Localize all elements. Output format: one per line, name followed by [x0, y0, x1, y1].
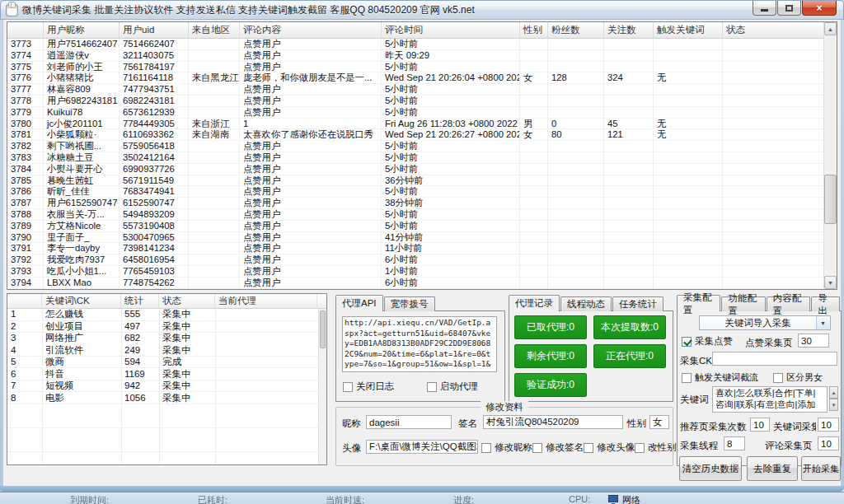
- col-uid[interactable]: 用户uid: [120, 22, 189, 38]
- gender-input[interactable]: 女: [649, 415, 669, 429]
- table-row[interactable]: 3790里子面子_ 5300470965 点赞用户41分钟前: [7, 232, 837, 244]
- tab-thread-status[interactable]: 线程动态: [560, 296, 612, 311]
- kcol-count[interactable]: 统计: [121, 294, 159, 308]
- table-row[interactable]: 3776小猪猪猪比 7161164118来自黑龙江 庞老师，和你做朋友是不是一.…: [7, 72, 837, 84]
- col-fans[interactable]: 粉丝数: [548, 22, 604, 38]
- table-row[interactable]: 3782剩下哟祇圃... 5759056418 点赞用户5小时前: [7, 141, 837, 152]
- grid-line: [159, 309, 160, 464]
- keyword-scroll-thumb[interactable]: [320, 310, 326, 348]
- table-row[interactable]: 3781小柴狐颗粒· 6110693362来自湖南 太喜欢你了感谢你还在说脱口秀…: [7, 129, 837, 141]
- keyword-row[interactable]: 7短视频 942采集中: [7, 380, 326, 393]
- collect-mode-select[interactable]: 关键词导入采集 ▼: [699, 315, 831, 330]
- col-rownum[interactable]: [7, 22, 44, 38]
- keywords-spinner[interactable]: ▲ ▼: [829, 386, 838, 411]
- tab-collect-config[interactable]: 采集配置: [677, 295, 720, 311]
- table-row[interactable]: 3793吃瓜小小姐1... 7765459103 点赞用户1小时前: [7, 266, 837, 278]
- scroll-up-icon[interactable]: ▲: [824, 22, 837, 35]
- table-row[interactable]: 3775刘老师的小王 7561784197 点赞用户5小时前: [7, 62, 837, 73]
- table-row[interactable]: 3786昕昕_佳佳 7683474941 点赞用户5小时前: [7, 186, 837, 198]
- trigger-keyword-checkbox[interactable]: 触发关键词截流: [682, 371, 758, 384]
- keyword-scrollbar[interactable]: [318, 309, 326, 464]
- keyword-row[interactable]: 6抖音 1169采集中: [7, 369, 326, 381]
- table-row[interactable]: 3779Kuikui78 6573612939 点赞用户5小时前: [7, 107, 837, 119]
- bg-expire: 到期时间:: [70, 494, 109, 504]
- keyword-row[interactable]: 8电影 1056采集中: [7, 393, 326, 405]
- keyword-row[interactable]: 3网络推广 682采集中: [7, 333, 326, 345]
- keywords-input[interactable]: 喜欢|怎么联系|合作|下单|咨询|联系|有意|意向|添加: [712, 386, 828, 413]
- table-row[interactable]: 3789方艾格Nicole 5573190408 点赞用户5小时前: [7, 221, 837, 232]
- table-row[interactable]: 3778用户6982243181 6982243181 点赞用户5小时前: [7, 96, 837, 107]
- table-row[interactable]: 3791李专一dayby 7398141234 点赞用户11小时前: [7, 243, 837, 254]
- tab-function-config[interactable]: 功能配置: [721, 296, 765, 311]
- thread-input[interactable]: 8: [724, 436, 745, 450]
- col-trigger[interactable]: 触发关键词: [654, 22, 723, 38]
- table-row[interactable]: 3783冰糖糖土豆 3502412164 点赞用户5小时前: [7, 152, 837, 164]
- tab-proxy-record[interactable]: 代理记录: [509, 295, 560, 311]
- spin-down-icon[interactable]: ▼: [829, 399, 838, 411]
- nickname-input[interactable]: dagesii: [366, 415, 452, 429]
- col-region[interactable]: 来自地区: [189, 22, 240, 38]
- collect-like-checkbox[interactable]: 采集点赞: [682, 335, 733, 348]
- table-row[interactable]: 3785暮晚生茜虹 5671911549 点赞用户36分钟前: [7, 175, 837, 187]
- tab-task-stats[interactable]: 任务统计: [612, 296, 663, 311]
- scroll-thumb[interactable]: [824, 175, 837, 224]
- col-nickname[interactable]: 用户昵称: [44, 22, 120, 38]
- table-row[interactable]: 3792我爱吃肉7937 6458016954 点赞用户6小时前: [7, 254, 837, 266]
- got-proxy-button[interactable]: 已取代理:0: [514, 315, 587, 339]
- table-row[interactable]: 3784小熨斗要开心 6990937726 点赞用户5小时前: [7, 164, 837, 175]
- tab-content-config[interactable]: 内容配置: [767, 296, 810, 311]
- keyword-row[interactable]: 4引流软件 249采集中: [7, 345, 326, 357]
- active-proxy-button[interactable]: 正在代理:0: [593, 344, 666, 368]
- scroll-down-icon[interactable]: ▼: [824, 276, 837, 289]
- table-row[interactable]: 3794LBXX Mao 7748754262 点赞用户6小时前: [7, 278, 837, 289]
- verify-ok-button[interactable]: 验证成功:0: [514, 373, 587, 397]
- comment-page-input[interactable]: 10: [818, 436, 839, 450]
- signature-input[interactable]: 村兔引流Q804520209: [483, 415, 623, 429]
- keyword-page-input[interactable]: 10: [818, 418, 839, 432]
- col-follows[interactable]: 关注数: [604, 22, 654, 38]
- modify-nickname-checkbox[interactable]: 修改昵称: [481, 441, 532, 454]
- kcol-status[interactable]: 状态: [159, 294, 215, 308]
- avatar-path-input[interactable]: F:\桌面\微博关注\QQ截图20: [366, 440, 478, 454]
- spin-up-icon[interactable]: ▲: [829, 386, 838, 399]
- close-button[interactable]: ×: [802, 1, 837, 16]
- table-row[interactable]: 3788衣服当关-万... 5494893209 点赞用户5小时前: [7, 209, 837, 221]
- table-row[interactable]: 3787用户6152590747 6152590747 点赞用户38分钟前: [7, 198, 837, 209]
- extract-count-button[interactable]: 本次提取数:0: [593, 315, 666, 339]
- rec-page-input[interactable]: 10: [750, 418, 770, 432]
- modify-avatar-checkbox[interactable]: 修改头像: [584, 441, 635, 454]
- col-gender[interactable]: 性别: [520, 22, 548, 38]
- remain-proxy-button[interactable]: 剩余代理:0: [514, 344, 587, 368]
- results-scrollbar[interactable]: ▲ ▼: [823, 22, 837, 289]
- modify-signature-checkbox[interactable]: 修改签名: [532, 441, 584, 454]
- kcol-rownum[interactable]: [7, 294, 42, 308]
- maximize-button[interactable]: [777, 1, 801, 16]
- table-row[interactable]: 3777林嘉容809 7477943751 点赞用户5小时前: [7, 84, 837, 96]
- col-comment[interactable]: 评论内容: [240, 22, 382, 38]
- kcol-keyword[interactable]: 关键词\CK: [42, 294, 121, 308]
- col-status[interactable]: 状态: [723, 22, 823, 38]
- gender-split-checkbox[interactable]: 区分男女: [773, 371, 823, 384]
- table-row[interactable]: 3773用户7514662407 7514662407 点赞用户5小时前: [7, 39, 837, 50]
- modify-gender-checkbox[interactable]: 改性别: [635, 441, 677, 454]
- start-proxy-checkbox[interactable]: 启动代理: [427, 380, 478, 393]
- proxy-api-url-input[interactable]: http://api.xiequ.cn/VAD/GetIp.aspx?act=g…: [342, 316, 497, 372]
- keyword-row[interactable]: 2创业项目 497采集中: [7, 321, 326, 334]
- dedupe-button[interactable]: 去除重复: [747, 456, 798, 481]
- like-page-input[interactable]: 30: [798, 334, 829, 348]
- clear-history-button[interactable]: 清空历史数据: [679, 456, 742, 481]
- keyword-row[interactable]: 5微商 594完成: [7, 357, 326, 369]
- col-time[interactable]: 评论时间: [382, 22, 520, 38]
- start-collect-button[interactable]: 开始采集: [801, 456, 841, 481]
- table-row[interactable]: 3780jc小俊201101 7784449305来自浙江 1Fri Aug 2…: [7, 119, 837, 130]
- tab-broadband[interactable]: 宽带拨号: [384, 296, 435, 311]
- tab-export[interactable]: 导出: [811, 296, 840, 311]
- table-row[interactable]: 3774逍遥游侠v 3211403075 点赞用户昨天 09:29: [7, 50, 837, 62]
- keyword-row[interactable]: 1怎么赚钱 555采集中: [7, 309, 326, 321]
- kcol-proxy[interactable]: 当前代理: [215, 294, 317, 308]
- minimize-button[interactable]: [753, 1, 776, 16]
- checkbox-icon: [773, 373, 783, 383]
- close-log-checkbox[interactable]: 关闭日志: [343, 380, 394, 393]
- tab-proxy-api[interactable]: 代理API: [335, 295, 383, 311]
- collect-ck-input[interactable]: [712, 352, 837, 366]
